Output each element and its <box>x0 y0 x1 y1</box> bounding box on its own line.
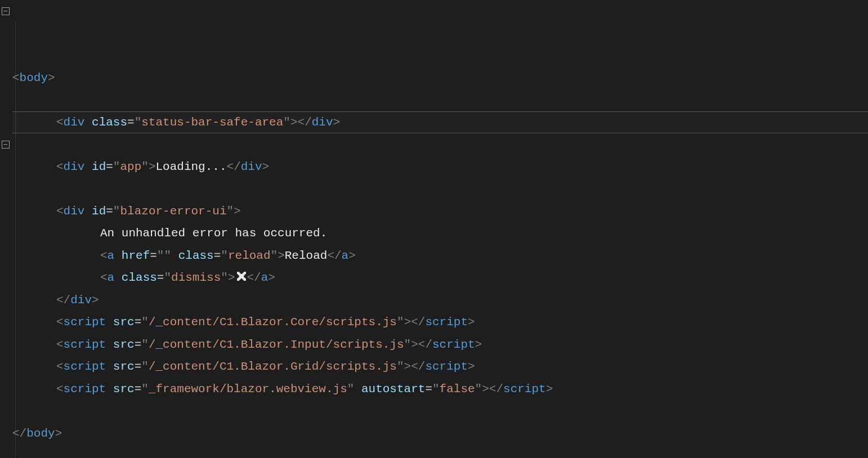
code-line[interactable] <box>12 400 868 423</box>
code-line[interactable]: An unhandled error has occurred. <box>12 222 868 245</box>
code-token: " <box>164 271 171 284</box>
code-line[interactable]: <script src="_framework/blazor.webview.j… <box>12 378 868 401</box>
code-token: class <box>122 271 157 284</box>
code-token: = <box>135 383 142 396</box>
code-token: = <box>135 360 142 373</box>
code-token: autostart <box>361 383 425 396</box>
code-line[interactable] <box>12 444 868 458</box>
code-line[interactable]: <div class="status-bar-safe-area"></div> <box>12 111 868 134</box>
code-token: body <box>26 427 55 440</box>
code-token: " <box>397 316 404 329</box>
code-token: /_content/C1.Blazor.Core/scripts.js <box>149 316 397 329</box>
code-token: a <box>108 249 115 262</box>
code-token: < <box>56 360 64 373</box>
code-token: " <box>141 160 149 173</box>
code-token: div <box>312 116 333 129</box>
code-token: app <box>120 160 141 173</box>
code-token: class <box>92 116 127 129</box>
code-token: a <box>108 271 115 284</box>
code-token: script <box>64 360 106 373</box>
code-token: " <box>157 249 164 262</box>
code-token: = <box>106 205 113 218</box>
code-token: div <box>64 205 85 218</box>
fold-toggle-div[interactable]: − <box>2 141 10 149</box>
code-token: script <box>64 383 106 396</box>
code-token: </ <box>227 160 241 173</box>
fold-toggle-body[interactable]: − <box>2 7 10 15</box>
code-token: = <box>135 338 142 351</box>
code-token: > <box>278 249 285 262</box>
code-token <box>106 360 113 373</box>
code-token: Loading... <box>156 160 227 173</box>
code-line[interactable] <box>12 133 868 156</box>
code-token: > <box>228 271 235 284</box>
code-token: /_content/C1.Blazor.Grid/scripts.js <box>149 360 397 373</box>
code-token: body <box>20 71 48 84</box>
code-token <box>84 205 92 218</box>
code-token: status-bar-safe-area <box>141 116 283 129</box>
code-token: </ <box>12 427 26 440</box>
code-token: class <box>178 249 214 262</box>
code-token: src <box>113 338 135 351</box>
code-token: < <box>56 383 64 396</box>
code-line[interactable]: <body> <box>12 67 868 89</box>
code-token: " <box>221 271 228 284</box>
code-token: > <box>546 383 553 396</box>
code-token: < <box>100 271 108 284</box>
code-token: " <box>141 383 149 396</box>
code-token <box>114 249 122 262</box>
code-line[interactable]: <div id="app">Loading...</div> <box>12 156 868 178</box>
code-token: ></ <box>411 338 432 351</box>
code-token: " <box>141 360 149 373</box>
code-token: < <box>56 205 64 218</box>
code-line[interactable] <box>12 178 868 200</box>
code-token: = <box>135 316 142 329</box>
code-line[interactable]: <script src="/_content/C1.Blazor.Core/sc… <box>12 311 868 334</box>
code-token: > <box>55 427 62 440</box>
code-token: > <box>268 271 275 284</box>
code-line[interactable] <box>12 89 868 111</box>
code-token: id <box>92 205 106 218</box>
code-token: " <box>283 116 290 129</box>
code-token <box>106 338 113 351</box>
code-token: " <box>141 316 149 329</box>
code-token: > <box>48 71 55 84</box>
code-token: blazor-error-ui <box>120 205 226 218</box>
code-line[interactable]: <a class="dismiss">🗙</a> <box>12 267 868 289</box>
code-token: " <box>475 383 482 396</box>
code-token: > <box>468 316 475 329</box>
code-token: div <box>64 160 85 173</box>
code-token: = <box>106 160 113 173</box>
code-token: < <box>56 316 64 329</box>
code-line[interactable]: <a href="" class="reload">Reload</a> <box>12 245 868 267</box>
code-token: < <box>12 71 20 84</box>
code-token: div <box>64 116 85 129</box>
code-token: > <box>475 338 482 351</box>
code-token: " <box>135 116 142 129</box>
code-token: = <box>127 116 135 129</box>
code-token <box>84 160 92 173</box>
code-token <box>114 271 122 284</box>
code-token: " <box>227 205 234 218</box>
code-token: 🗙 <box>235 271 247 284</box>
code-token: a <box>261 271 269 284</box>
code-line[interactable]: </body> <box>12 423 868 445</box>
code-editor[interactable]: <body><div class="status-bar-safe-area">… <box>12 0 868 458</box>
code-token: _framework/blazor.webview.js <box>149 383 347 396</box>
code-token: > <box>348 249 356 262</box>
code-line[interactable]: <div id="blazor-error-ui"> <box>12 200 868 223</box>
code-token: dismiss <box>171 271 221 284</box>
code-token: An unhandled error has occurred. <box>100 227 327 240</box>
code-token: src <box>113 316 135 329</box>
code-line[interactable]: </div> <box>12 289 868 312</box>
code-token: > <box>262 160 270 173</box>
code-token: div <box>241 160 262 173</box>
code-token: < <box>100 249 108 262</box>
code-token: = <box>214 249 221 262</box>
code-token: ></ <box>482 383 503 396</box>
code-line[interactable]: <script src="/_content/C1.Blazor.Input/s… <box>12 334 868 356</box>
code-token: " <box>432 383 440 396</box>
code-line[interactable]: <script src="/_content/C1.Blazor.Grid/sc… <box>12 356 868 378</box>
code-token: " <box>113 160 120 173</box>
code-token: " <box>221 249 228 262</box>
